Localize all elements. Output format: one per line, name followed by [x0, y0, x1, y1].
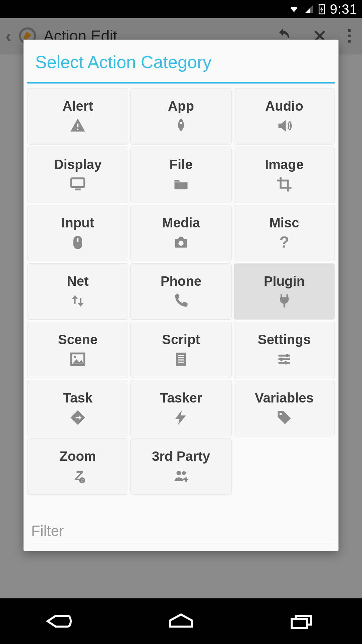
category-label: Net [67, 274, 88, 289]
category-net[interactable]: Net [27, 263, 128, 320]
category-label: File [170, 157, 193, 172]
category-label: Image [265, 157, 304, 172]
category-grid: AlertAppAudioDisplayFileImageInputMediaM… [24, 84, 338, 517]
nav-home-button[interactable] [158, 608, 204, 635]
category-media[interactable]: Media [130, 205, 232, 261]
mouse-icon [69, 234, 86, 251]
dialog-title: Select Action Category [24, 40, 338, 82]
alert-icon [69, 117, 86, 135]
lightning-icon [172, 409, 190, 426]
category-task[interactable]: Task [27, 380, 128, 436]
category-label: Task [63, 390, 93, 406]
category-label: 3rd Party [152, 449, 210, 464]
updown-icon [69, 292, 86, 310]
phone-icon [172, 292, 190, 310]
category-settings[interactable]: Settings [234, 322, 335, 378]
monitor-icon [69, 175, 86, 193]
category-label: Settings [258, 332, 311, 347]
category-tasker[interactable]: Tasker [130, 380, 232, 436]
category-label: Media [162, 215, 200, 230]
category-label: Display [54, 157, 102, 172]
document-icon [172, 351, 190, 368]
category-app[interactable]: App [130, 88, 232, 145]
category-label: Misc [269, 215, 299, 230]
zoom-icon [69, 467, 86, 485]
category-3rd-party[interactable]: 3rd Party [130, 438, 232, 495]
svg-rect-22 [292, 619, 307, 628]
plug-icon [276, 292, 293, 310]
question-icon [276, 234, 293, 251]
category-variables[interactable]: Variables [234, 380, 335, 436]
svg-rect-21 [321, 4, 323, 5]
category-label: App [168, 99, 194, 114]
category-label: Zoom [60, 449, 96, 464]
category-label: Audio [265, 99, 303, 114]
battery-charging-icon [318, 4, 325, 14]
crop-icon [276, 175, 293, 193]
category-label: Variables [255, 390, 314, 406]
category-plugin[interactable]: Plugin [234, 263, 335, 320]
statusbar-clock: 9:31 [330, 2, 357, 17]
select-action-category-dialog: Select Action Category AlertAppAudioDisp… [23, 40, 339, 551]
android-navbar [0, 598, 362, 644]
category-label: Input [61, 215, 94, 230]
category-display[interactable]: Display [27, 147, 128, 203]
category-input[interactable]: Input [27, 205, 128, 261]
category-phone[interactable]: Phone [130, 263, 232, 320]
tag-icon [276, 409, 293, 426]
category-label: Alert [62, 99, 93, 114]
category-label: Tasker [160, 390, 202, 406]
category-file[interactable]: File [130, 147, 232, 203]
category-label: Phone [161, 274, 201, 289]
category-label: Script [162, 332, 200, 347]
category-label: Scene [58, 332, 98, 347]
group-add-icon [172, 467, 190, 485]
filter-input[interactable] [30, 519, 332, 543]
category-image[interactable]: Image [234, 147, 335, 203]
speaker-icon [276, 117, 293, 135]
category-alert[interactable]: Alert [27, 88, 128, 145]
nav-recent-button[interactable] [278, 608, 325, 635]
camera-icon [172, 234, 190, 251]
category-scene[interactable]: Scene [27, 322, 128, 378]
wifi-icon [288, 4, 300, 14]
directions-icon [69, 409, 86, 426]
category-misc[interactable]: Misc [234, 205, 335, 261]
category-label: Plugin [264, 274, 305, 289]
nav-back-button[interactable] [37, 608, 84, 635]
category-script[interactable]: Script [130, 322, 232, 378]
sliders-icon [276, 351, 293, 368]
android-statusbar: 9:31 [0, 0, 362, 18]
category-audio[interactable]: Audio [234, 88, 335, 145]
folder-icon [172, 175, 190, 193]
picture-icon [69, 351, 86, 368]
rocket-icon [172, 117, 190, 135]
cell-signal-icon [304, 4, 314, 14]
category-zoom[interactable]: Zoom [27, 438, 128, 495]
